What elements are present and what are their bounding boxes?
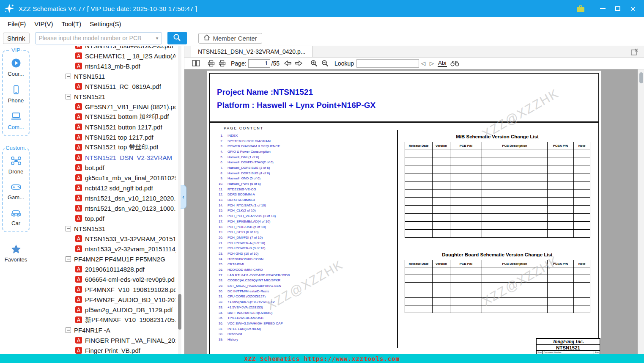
- menu-item[interactable]: VIP(V): [30, 19, 57, 29]
- close-button[interactable]: ×: [625, 2, 641, 15]
- toc-title: BATT IN/CHARGER(OZ8660): [227, 311, 272, 315]
- toc-title: Haswell_PWR (6 of 6): [227, 182, 261, 186]
- search-button[interactable]: [167, 32, 187, 44]
- table-empty-row: [405, 149, 590, 157]
- tree-file-row[interactable]: NTSN1533_V3-32VRAM_201512: [32, 234, 184, 244]
- toc-row: 2.SYSTEM BLOCK DIAGRAM: [216, 138, 290, 144]
- toc-row: 14.PCH_RTC/SATA (1 of 10): [216, 203, 290, 208]
- collapse-minus-icon[interactable]: [66, 94, 71, 99]
- toc-row: 34.BATT IN/CHARGER(OZ8660): [216, 310, 290, 316]
- briefcase-icon[interactable]: [573, 2, 588, 15]
- tree-file-row[interactable]: PF4WN2F_AUDIO_BD_V10-2019: [32, 294, 184, 305]
- menu-item[interactable]: File(F): [3, 19, 30, 29]
- minimize-button[interactable]: [595, 2, 610, 15]
- tree-file-row[interactable]: ntsn1533_v2-32vram_20151114_: [32, 244, 184, 254]
- print-page-icon[interactable]: [216, 58, 227, 69]
- toc-row: 27.LAN RTL8411-CG/CARD READER/15DB: [216, 272, 290, 278]
- zoom-out-icon[interactable]: [319, 58, 330, 69]
- pdf-file-icon: [75, 144, 82, 151]
- model-search-input[interactable]: [36, 35, 153, 41]
- tree-file-row[interactable]: PF4MNXF_V10_1908191028.pdf: [32, 284, 184, 294]
- menu-item[interactable]: Tool(T): [58, 19, 86, 29]
- tree-file-row[interactable]: NTSN1521 button 1217.pdf: [32, 122, 184, 132]
- viewer-scrollbar-thumb[interactable]: [639, 72, 643, 83]
- sidebar-item-game[interactable]: Gam...: [3, 182, 29, 201]
- tree-file-row[interactable]: ntsn1521_dsn_v20_0123_1000.p: [32, 203, 184, 213]
- tree-file-row[interactable]: NTSN1521 bottom 加丝印.pdf: [32, 112, 184, 122]
- shrink-button[interactable]: Shrink: [3, 33, 30, 44]
- tree-folder-row[interactable]: PF4MN2F PF4MU1F PF5MN2G: [32, 254, 184, 264]
- tree-file-row[interactable]: NTSN1521 top 1217.pdf: [32, 132, 184, 142]
- tree-file-row[interactable]: NTSN1521_DSN_V2-32VRAM_04: [32, 152, 184, 162]
- tree-folder-row[interactable]: PF4NR1F -A: [32, 325, 184, 335]
- find-next-icon[interactable]: ▷: [428, 60, 436, 66]
- tree-file-row[interactable]: 新PF4MNXF_V10_1908231705.p: [32, 315, 184, 325]
- header-rule: [209, 121, 599, 123]
- print-icon[interactable]: [206, 58, 216, 69]
- tree-file-row[interactable]: top.pdf: [32, 213, 184, 223]
- app-window: XZZ Schematics V4.77 [ VIP Due date: 202…: [0, 0, 644, 363]
- collapse-minus-icon[interactable]: [66, 226, 71, 231]
- document-tab[interactable]: NTSN1521_DSN_V2-32VRAM_0420.p...: [191, 46, 312, 57]
- text-select-tool[interactable]: Abi: [438, 60, 447, 67]
- panel-collapse-handle[interactable]: ‹: [181, 185, 186, 209]
- tree-file-row[interactable]: Finger Print_VB.pdf: [32, 345, 184, 354]
- tree-file-row[interactable]: 606654-cml-eds-vol2-rev0p9.pd: [32, 274, 184, 284]
- pdf-file-icon: [75, 235, 82, 242]
- content-area: VIP Cour... Phone Co: [0, 46, 644, 354]
- binoculars-search-icon[interactable]: [449, 58, 460, 69]
- sidebar-item-phone[interactable]: Phone: [3, 84, 29, 104]
- tree-item-label: NTSN1521 button 1217.pdf: [85, 124, 162, 131]
- tree-file-row[interactable]: NTSN1521 top 带丝印.pdf: [32, 142, 184, 152]
- sidebar-item-drone[interactable]: Drone: [3, 155, 29, 175]
- tree-file-row[interactable]: SCHEMATIC1 _ 18_I2S Audio(AL: [32, 51, 184, 61]
- prev-page-icon[interactable]: [282, 58, 293, 69]
- member-center-button[interactable]: Member Center: [198, 33, 262, 44]
- tree-file-row[interactable]: ncbt412 sdd_ngff bd.pdf: [32, 183, 184, 193]
- tree-file-row[interactable]: GE5SN71_VB1_FINAL(0821).pdf: [32, 102, 184, 112]
- page-content-header: PAGE CONTENT: [224, 126, 263, 130]
- sidebar-item-label: Favorites: [5, 256, 27, 263]
- sidebar-item-favorites[interactable]: Favorites: [0, 244, 32, 263]
- find-previous-icon[interactable]: ◁: [419, 60, 428, 66]
- pdf-canvas[interactable]: Project Name :NTSN1521 Platform : Haswel…: [184, 69, 644, 354]
- tree-file-row[interactable]: NTSN1511_RC_0819A.pdf: [32, 81, 184, 91]
- table-header-cell: Release Date: [405, 142, 433, 149]
- toc-row: 20.PCH_DMI/FDI (7 of 10): [216, 235, 290, 240]
- sidebar-item-car[interactable]: Car: [3, 208, 29, 226]
- tree-file-row[interactable]: ntsn1521_dsn_v10_1210_2020.p: [32, 193, 184, 203]
- table-header-cell: PCB Description: [482, 260, 548, 267]
- pdf-file-icon: [75, 205, 82, 212]
- zoom-in-icon[interactable]: [308, 58, 319, 69]
- toc-title: Haswell_DDR3 BUS (3 of 6): [227, 166, 270, 170]
- toc-row: 6.Haswell_DDI/FDI/JTAG(2 of 6): [216, 160, 290, 165]
- chevron-down-icon[interactable]: ▾: [153, 36, 162, 41]
- tree-folder-row[interactable]: NTSN1511: [32, 71, 184, 81]
- tree-file-row[interactable]: 20190610114828.pdf: [32, 264, 184, 274]
- lookup-input[interactable]: [356, 59, 419, 68]
- collapse-minus-icon[interactable]: [66, 256, 71, 262]
- tree-file-row[interactable]: NTSN1413_usb+AUDIO-vb.pdf: [32, 46, 184, 51]
- close-document-icon[interactable]: [631, 48, 639, 57]
- two-page-view-icon[interactable]: [190, 58, 201, 69]
- toc-title: PCH POWER-A (8 of 10): [227, 241, 265, 245]
- tree-folder-row[interactable]: NTSN1531: [32, 223, 184, 234]
- page-number-input[interactable]: [248, 59, 270, 68]
- tree-scrollbar-thumb[interactable]: [178, 294, 181, 330]
- gamepad-icon: [10, 182, 22, 194]
- tree-file-row[interactable]: bot.pdf: [32, 162, 184, 173]
- table-header-cell: Version: [433, 260, 450, 267]
- collapse-minus-icon[interactable]: [66, 74, 71, 79]
- tree-file-row[interactable]: ntsn1413_mb-B.pdf: [32, 61, 184, 71]
- maximize-button[interactable]: [610, 2, 625, 15]
- tree-file-row[interactable]: FINGER PRINT _VA_FINAL_2020C: [32, 335, 184, 345]
- collapse-minus-icon[interactable]: [66, 327, 71, 333]
- viewer-scrollbar-track[interactable]: [638, 69, 644, 354]
- next-page-icon[interactable]: [293, 58, 304, 69]
- tree-folder-row[interactable]: NTSN1521: [32, 91, 184, 102]
- menu-item[interactable]: Settings(S): [85, 19, 125, 29]
- sidebar-item-computer[interactable]: Com...: [3, 111, 29, 130]
- tree-file-row[interactable]: pf5wn2g_AUDIO_DB_1129.pdf: [32, 305, 184, 315]
- tree-file-row[interactable]: gk5cu1x_mb_va_final_20181029: [32, 173, 184, 183]
- sidebar-item-course[interactable]: Cour...: [3, 58, 29, 77]
